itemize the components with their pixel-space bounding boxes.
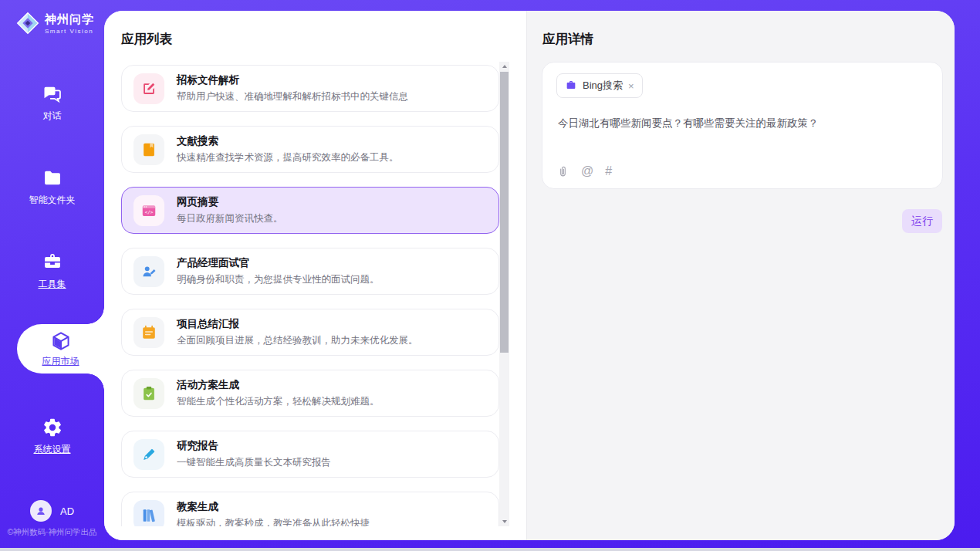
scrollbar-down-arrow[interactable] — [499, 517, 509, 526]
toolbox-icon — [42, 252, 63, 273]
main-content: 应用列表 招标文件解析 帮助用户快速、准确地理解和解析招标书中的关键信息 — [104, 11, 955, 540]
tool-chip-label: Bing搜索 — [583, 79, 623, 93]
app-icon-tile — [133, 256, 164, 287]
app-title: 活动方案生成 — [177, 378, 380, 392]
svg-text:</>: </> — [145, 208, 154, 214]
folder-icon — [42, 167, 63, 189]
app-description: 明确身份和职责，为您提供专业性的面试问题。 — [177, 273, 380, 286]
app-description: 帮助用户快速、准确地理解和解析招标书中的关键信息 — [177, 90, 408, 103]
app-title: 招标文件解析 — [177, 73, 408, 87]
app-title: 文献搜索 — [177, 134, 399, 148]
sidebar-footer: ©神州数码·神州问学出品 — [0, 527, 104, 538]
sidebar-item-label: 对话 — [43, 110, 62, 123]
app-description: 一键智能生成高质量长文本研究报告 — [177, 456, 331, 469]
app-detail-title: 应用详情 — [542, 31, 593, 48]
pen-nib-icon — [140, 446, 157, 463]
cube-icon — [50, 330, 72, 352]
app-card-literature-search[interactable]: 文献搜索 快速精准查找学术资源，提高研究效率的必备工具。 — [121, 126, 499, 173]
sidebar-item-label: 应用市场 — [42, 355, 79, 368]
app-icon-tile — [133, 73, 164, 104]
clipboard-check-icon — [140, 385, 157, 402]
person-icon — [34, 504, 48, 518]
app-detail-panel: 应用详情 Bing搜索 × 今日湖北有哪些新闻要点？有哪些需要关注的最新政策？ … — [527, 11, 955, 540]
prompt-text[interactable]: 今日湖北有哪些新闻要点？有哪些需要关注的最新政策？ — [558, 117, 927, 130]
hash-icon[interactable]: # — [605, 164, 612, 178]
close-icon[interactable]: × — [628, 81, 634, 91]
app-card-project-summary[interactable]: 项目总结汇报 全面回顾项目进展，总结经验教训，助力未来优化发展。 — [121, 309, 499, 356]
composer-toolbar: @ # — [556, 164, 612, 178]
app-title: 项目总结汇报 — [177, 317, 418, 331]
app-description: 每日政府新闻资讯快查。 — [177, 212, 283, 225]
sidebar-item-label: 系统设置 — [34, 443, 71, 456]
app-description: 智能生成个性化活动方案，轻松解决规划难题。 — [177, 395, 380, 408]
app-card-bid-document-analysis[interactable]: 招标文件解析 帮助用户快速、准确地理解和解析招标书中的关键信息 — [121, 65, 499, 112]
app-description: 模板驱动，教案秒成，教学准备从此轻松快捷 — [177, 517, 370, 526]
sidebar-item-settings[interactable]: 系统设置 — [0, 417, 104, 456]
app-title: 网页摘要 — [177, 195, 283, 209]
sidebar: 神州问学 Smart Vision 对话 智能文件夹 工具集 — [0, 0, 104, 548]
app-list: 招标文件解析 帮助用户快速、准确地理解和解析招标书中的关键信息 文献搜索 快速精… — [121, 65, 499, 526]
at-icon[interactable]: @ — [581, 164, 593, 178]
tool-chip-bing-search[interactable]: Bing搜索 × — [556, 73, 643, 98]
user-profile[interactable]: AD — [0, 500, 104, 522]
app-list-panel: 应用列表 招标文件解析 帮助用户快速、准确地理解和解析招标书中的关键信息 — [104, 11, 527, 540]
app-card-web-summary[interactable]: </> 网页摘要 每日政府新闻资讯快查。 — [121, 187, 499, 234]
prompt-card: Bing搜索 × 今日湖北有哪些新闻要点？有哪些需要关注的最新政策？ @ # — [542, 62, 943, 189]
calendar-icon — [140, 324, 157, 341]
app-description: 快速精准查找学术资源，提高研究效率的必备工具。 — [177, 151, 399, 164]
sidebar-item-smart-folders[interactable]: 智能文件夹 — [0, 167, 104, 207]
scrollbar-up-arrow[interactable] — [499, 62, 509, 71]
app-icon-tile — [133, 378, 164, 409]
app-icon-tile — [133, 500, 164, 527]
logo-title: 神州问学 — [45, 12, 94, 27]
app-list-scrollbar[interactable] — [499, 62, 509, 526]
pen-edit-icon — [140, 80, 157, 97]
briefcase-icon — [565, 79, 577, 92]
browser-code-icon: </> — [140, 202, 157, 219]
app-icon-tile — [133, 439, 164, 470]
user-name: AD — [60, 505, 74, 517]
book-icon — [140, 141, 157, 158]
avatar — [30, 500, 52, 522]
logo: 神州问学 Smart Vision — [15, 11, 94, 35]
app-card-research-report[interactable]: 研究报告 一键智能生成高质量长文本研究报告 — [121, 431, 499, 478]
app-icon-tile — [133, 317, 164, 348]
sidebar-item-toolset[interactable]: 工具集 — [0, 252, 104, 291]
app-title: 教案生成 — [177, 500, 370, 514]
app-title: 产品经理面试官 — [177, 256, 380, 270]
logo-subtitle: Smart Vision — [45, 28, 94, 35]
app-card-lesson-plan-generator[interactable]: 教案生成 模板驱动，教案秒成，教学准备从此轻松快捷 — [121, 492, 499, 526]
app-description: 全面回顾项目进展，总结经验教训，助力未来优化发展。 — [177, 334, 418, 347]
app-list-title: 应用列表 — [121, 31, 172, 48]
sidebar-item-label: 智能文件夹 — [29, 194, 76, 207]
run-button[interactable]: 运行 — [902, 209, 942, 233]
gear-icon — [42, 417, 63, 438]
paperclip-icon[interactable] — [556, 165, 569, 178]
app-title: 研究报告 — [177, 439, 331, 453]
app-icon-tile: </> — [133, 195, 164, 226]
window-bottom-edge — [0, 548, 980, 551]
app-card-event-plan-generator[interactable]: 活动方案生成 智能生成个性化活动方案，轻松解决规划难题。 — [121, 370, 499, 417]
sidebar-item-app-market[interactable]: 应用市场 — [17, 324, 104, 374]
chat-icon — [42, 83, 63, 105]
sidebar-item-label: 工具集 — [39, 278, 66, 291]
logo-diamond-icon — [15, 11, 40, 35]
app-window: 神州问学 Smart Vision 对话 智能文件夹 工具集 — [0, 0, 980, 551]
sidebar-item-chat[interactable]: 对话 — [0, 83, 104, 123]
app-icon-tile — [133, 134, 164, 165]
scrollbar-thumb[interactable] — [500, 72, 509, 353]
interviewer-icon — [140, 263, 157, 280]
app-card-pm-interviewer[interactable]: 产品经理面试官 明确身份和职责，为您提供专业性的面试问题。 — [121, 248, 499, 295]
books-icon — [140, 507, 157, 524]
